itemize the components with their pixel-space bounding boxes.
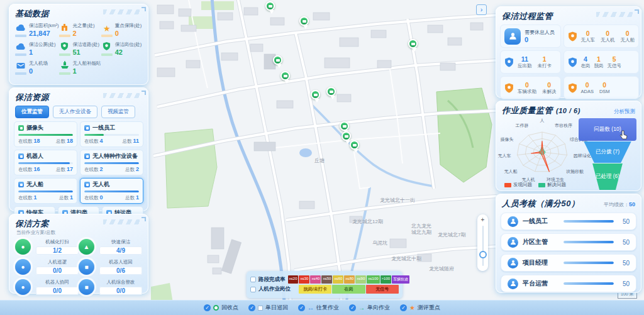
card-attendance[interactable]: 11应出勤 1未打卡 — [500, 50, 561, 74]
online-label: 在线数 — [84, 138, 99, 144]
assessment-row-district[interactable]: 片区主管 50 — [501, 233, 636, 251]
assessment-row-project[interactable]: 项目经理 50 — [501, 254, 636, 272]
slider-handle[interactable] — [479, 251, 487, 258]
metric-value: 4 — [581, 55, 591, 63]
plan-combined-rectify[interactable]: ■ 人机综合整改 0/0 — [79, 279, 142, 295]
map-legend-overlay: 路段完成率 x≤20 x≤30 x≤40 x≤50 x≤60 x≤80 x≤90… — [247, 271, 402, 298]
map-label: 乌泥坑 — [372, 240, 387, 246]
tab-location-monitor[interactable]: 位置监管 — [15, 106, 49, 118]
card-unmanned-alerts[interactable]: 0无人车 0无人机 0无人船 — [564, 25, 640, 48]
plan-label: 人机综合整改 — [99, 279, 142, 285]
stat-clean-area: 保洁面积(km²)21,847 — [15, 23, 59, 37]
tab-video-monitor[interactable]: 视频监管 — [101, 106, 135, 118]
panel-collapse-button[interactable]: › — [476, 4, 487, 15]
vehicle-marker[interactable] — [311, 90, 320, 99]
legend-label: 发现问题 — [513, 182, 532, 188]
decor-slashes — [596, 12, 633, 17]
resource-name: 无人机 — [92, 180, 109, 189]
stat-value: 51 — [73, 48, 100, 56]
vehicle-marker[interactable] — [265, 1, 275, 11]
map-label: 城北九期 — [411, 229, 431, 236]
plan-mechanized-sweep[interactable]: ● 机械化打扫 1/2 — [15, 239, 79, 255]
card-vehicle-help[interactable]: 0车辆求助 0未解决 — [500, 76, 561, 99]
panel-resources: 保洁资源 位置监管 无人作业设备 视频监管 摄像头 在线数18 总数18 一线员… — [9, 87, 148, 211]
vehicle-marker[interactable] — [350, 140, 359, 150]
toggle-daily-patrol[interactable]: ✓ 单日巡回 — [248, 304, 288, 312]
person-icon — [510, 260, 516, 266]
toggle-oneway-work[interactable]: ✓ → 单向作业 — [349, 304, 390, 312]
vehicle-marker[interactable] — [340, 121, 349, 131]
vehicle-marker[interactable] — [280, 71, 290, 80]
bottom-legend-bar: ✓ 回收点 ✓ 单日巡回 ✓ ↔ 往复作业 ✓ → 单向作业 ✓ ★ 测评重点 — [0, 300, 644, 315]
map-label: 龙光城随府 — [429, 265, 454, 272]
plan-quick-clean[interactable]: ▲ 快速保洁 4/9 — [79, 239, 142, 255]
vehicle-marker[interactable] — [341, 131, 351, 141]
vehicle-marker[interactable] — [299, 16, 309, 26]
analysis-forecast-link[interactable]: 分析预测 — [614, 108, 635, 116]
radar-svg — [497, 117, 591, 187]
metric-label: ADAS — [581, 89, 594, 94]
both-direction-arrow-icon: ↔ — [308, 305, 314, 311]
funnel-resolved[interactable]: 已处理 (6) — [579, 163, 636, 190]
assessment-row-frontline[interactable]: 一线员工 50 — [501, 213, 636, 230]
map-label: 龙光城北十一街 — [380, 197, 415, 204]
funnel-dispatched[interactable]: 已分拨 (7) — [579, 141, 636, 163]
total-label: 总数 — [125, 195, 135, 201]
score-bar — [564, 282, 614, 285]
stat-value: 0 — [29, 67, 48, 75]
metric-label: 车辆求助 — [518, 89, 536, 95]
map-label: 龙光城北12期 — [352, 218, 383, 225]
resource-name: 机器人 — [26, 152, 43, 160]
vehicle-marker[interactable] — [273, 55, 282, 65]
vehicle-marker[interactable] — [326, 87, 336, 96]
plan-robot-collab[interactable]: ● 机器人协同 0/0 — [15, 279, 79, 295]
plan-robot-patrol[interactable]: ■ 机器人巡回 0/6 — [79, 259, 142, 275]
plan-value: 0/0 — [36, 287, 79, 295]
toggle-evaluation-focus[interactable]: ✓ ★ 测评重点 — [400, 304, 440, 312]
stat-key-support: ★ 重点保障(处)0 — [101, 23, 143, 37]
person-icon — [509, 32, 517, 40]
resource-card-drone[interactable]: 无人机 在线数0 总数1 — [80, 178, 143, 204]
checkbox-worker-posts[interactable] — [250, 287, 256, 292]
vehicle-marker[interactable] — [408, 39, 418, 48]
map-zoom-slider[interactable]: + — [477, 214, 488, 271]
decor-slashes — [103, 93, 140, 98]
online-count: 4 — [100, 138, 103, 144]
stat-boat-station: 无人船补能站1 — [59, 60, 101, 75]
collab-icon: ● — [15, 279, 31, 295]
avg-value: 50 — [629, 201, 635, 207]
drone-icon — [84, 182, 90, 187]
online-count: 2 — [100, 166, 103, 172]
assessment-row-platform[interactable]: 平台运营 50 — [501, 275, 636, 292]
resource-card-boat[interactable]: 无人船 在线数1 总数1 — [14, 178, 77, 204]
panel-title: 保洁资源 — [15, 92, 49, 103]
decor-slashes — [103, 9, 140, 14]
card-on-duty[interactable]: 4在岗 1脱岗 5无信号 — [564, 50, 640, 74]
person-icon — [510, 218, 516, 224]
shield-icon — [103, 41, 111, 50]
card-adas-dsm[interactable]: 0ADAS 0DSM — [564, 76, 640, 99]
online-label: 在线数 — [18, 138, 33, 144]
card-rest-needed[interactable]: 需要休息人员 0 — [500, 25, 561, 48]
stat-value: 2 — [73, 30, 95, 37]
resource-card-staff[interactable]: 一线员工 在线数4 总数11 — [80, 121, 143, 147]
zoom-in-icon[interactable]: + — [477, 214, 488, 223]
toggle-roundtrip-work[interactable]: ✓ ↔ 往复作业 — [298, 304, 339, 312]
stat-label: 保洁岗位(处) — [115, 41, 142, 48]
panel-plans: 保洁方案 当前作业方案/总数 ● 机械化打扫 1/2 ▲ 快速保洁 4/9 ● … — [9, 214, 148, 294]
plan-value: 0/0 — [36, 267, 79, 275]
metric-label: 需要休息人员 — [525, 29, 555, 36]
metric-value: 0 — [621, 30, 635, 37]
tab-unmanned-devices[interactable]: 无人作业设备 — [53, 106, 97, 118]
total-count: 17 — [67, 166, 73, 172]
plan-glyph: ■ — [84, 263, 88, 270]
toggle-recycle-point[interactable]: ✓ 回收点 — [204, 304, 238, 312]
resource-card-special-device[interactable]: 无人特种作业设备 在线数2 总数2 — [80, 150, 143, 175]
resource-card-robot[interactable]: 机器人 在线数16 总数17 — [14, 150, 77, 175]
total-count: 2 — [136, 166, 139, 172]
checkbox-road-completion[interactable] — [250, 277, 256, 282]
resource-card-camera[interactable]: 摄像头 在线数18 总数18 — [14, 121, 77, 147]
total-count: 1 — [70, 194, 73, 201]
funnel-problems[interactable]: 问题数 (10) — [579, 118, 636, 141]
plan-human-machine-patrol[interactable]: ● 人机巡逻 0/0 — [15, 259, 79, 275]
